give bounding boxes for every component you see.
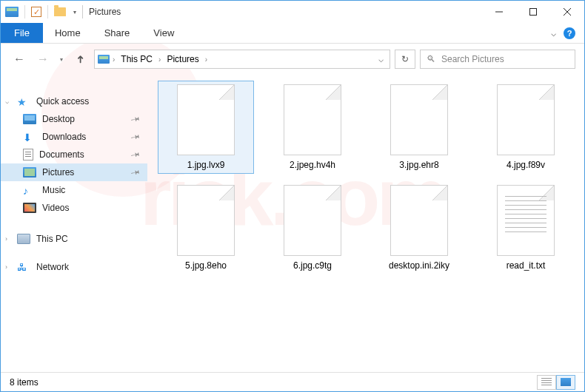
- qat-properties-button[interactable]: ✓: [31, 7, 41, 17]
- app-icon: [5, 7, 19, 17]
- ribbon-tab-home[interactable]: Home: [43, 23, 93, 43]
- search-icon: 🔍︎: [427, 54, 435, 64]
- ribbon-expand-icon[interactable]: ⌵: [551, 28, 556, 38]
- file-item[interactable]: 5.jpg.8eho: [158, 181, 254, 274]
- file-thumbnail: [177, 185, 235, 256]
- title-separator: [82, 5, 83, 18]
- documents-icon: [23, 149, 33, 160]
- search-input[interactable]: 🔍︎ Search Pictures: [420, 50, 575, 69]
- qat-separator: [24, 5, 25, 18]
- location-icon: [98, 55, 110, 64]
- address-bar[interactable]: › This PC › Pictures › ⌵: [94, 50, 390, 69]
- address-dropdown-icon[interactable]: ⌵: [378, 54, 384, 64]
- sidebar-label: Quick access: [36, 96, 89, 107]
- chevron-expand-icon[interactable]: ⌵: [5, 98, 9, 105]
- chevron-right-icon[interactable]: ›: [158, 55, 161, 64]
- minimize-button[interactable]: [482, 1, 516, 23]
- file-item[interactable]: 4.jpg.f89v: [478, 81, 574, 174]
- sidebar-quick-access[interactable]: ⌵ ★ Quick access: [1, 92, 147, 110]
- pictures-icon: [23, 167, 36, 178]
- file-item[interactable]: 2.jpeg.hv4h: [264, 81, 361, 174]
- pin-icon: 📌︎: [128, 129, 142, 144]
- this-pc-icon: [17, 234, 30, 244]
- forward-button[interactable]: →: [33, 50, 53, 69]
- qat-dropdown-icon[interactable]: ▾: [73, 9, 76, 16]
- navigation-bar: ← → ▾ ➜ › This PC › Pictures › ⌵ ↻ 🔍︎ Se…: [1, 44, 584, 75]
- downloads-icon: ⬇: [23, 132, 36, 142]
- status-item-count: 8 items: [10, 377, 39, 388]
- svg-rect-1: [530, 9, 537, 16]
- file-name: 4.jpg.f89v: [507, 160, 545, 170]
- sidebar-label: Documents: [39, 149, 84, 160]
- sidebar-item-music[interactable]: ♪ Music: [1, 181, 147, 199]
- chevron-collapse-icon[interactable]: ›: [5, 263, 7, 271]
- file-name: 6.jpg.c9tg: [293, 260, 332, 271]
- sidebar-item-documents[interactable]: Documents 📌︎: [1, 146, 147, 163]
- file-name: read_it.txt: [507, 260, 546, 271]
- ribbon-tab-share[interactable]: Share: [93, 23, 142, 43]
- file-name: 1.jpg.lvx9: [187, 160, 225, 170]
- sidebar-label: Desktop: [42, 114, 75, 124]
- chevron-right-icon[interactable]: ›: [205, 55, 207, 64]
- chevron-right-icon[interactable]: ›: [113, 55, 115, 64]
- file-thumbnail: [390, 84, 448, 155]
- sidebar-item-downloads[interactable]: ⬇ Downloads 📌︎: [1, 128, 147, 146]
- sidebar-label: This PC: [36, 234, 68, 244]
- up-button[interactable]: ➜: [70, 50, 90, 69]
- refresh-button[interactable]: ↻: [395, 50, 415, 69]
- network-icon: 🖧: [17, 262, 30, 272]
- file-thumbnail: [497, 84, 555, 155]
- sidebar-item-desktop[interactable]: Desktop 📌︎: [1, 110, 147, 128]
- pin-icon: 📌︎: [128, 112, 142, 126]
- sidebar-label: Pictures: [42, 167, 74, 178]
- sidebar-label: Videos: [42, 203, 69, 213]
- view-details-button[interactable]: [537, 375, 556, 390]
- file-name: 2.jpeg.hv4h: [290, 160, 335, 170]
- file-thumbnail: [390, 185, 448, 256]
- navigation-pane: ⌵ ★ Quick access Desktop 📌︎ ⬇ Downloads …: [1, 75, 147, 366]
- file-thumbnail: [284, 185, 341, 256]
- sidebar-item-pictures[interactable]: Pictures 📌︎: [1, 163, 147, 181]
- file-item[interactable]: read_it.txt: [478, 181, 574, 274]
- sidebar-item-videos[interactable]: Videos: [1, 199, 147, 217]
- videos-icon: [23, 203, 36, 213]
- file-list[interactable]: 1.jpg.lvx92.jpeg.hv4h3.jpg.ehr84.jpg.f89…: [147, 75, 584, 366]
- file-name: 5.jpg.8eho: [185, 260, 227, 271]
- history-dropdown-icon[interactable]: ▾: [60, 56, 63, 63]
- maximize-button[interactable]: [516, 1, 550, 23]
- help-icon[interactable]: ?: [564, 27, 575, 39]
- chevron-collapse-icon[interactable]: ›: [5, 235, 7, 243]
- breadcrumb-pictures[interactable]: Pictures: [164, 54, 201, 64]
- pin-icon: 📌︎: [128, 165, 142, 180]
- file-name: desktop.ini.2iky: [389, 260, 449, 271]
- status-bar: 8 items: [1, 372, 584, 391]
- ribbon-tab-view[interactable]: View: [141, 23, 186, 43]
- file-thumbnail: [177, 84, 235, 155]
- sidebar-label: Network: [36, 262, 69, 272]
- desktop-icon: [23, 114, 36, 124]
- qat-separator: [47, 5, 48, 18]
- breadcrumb-this-pc[interactable]: This PC: [118, 54, 156, 64]
- star-icon: ★: [17, 96, 30, 107]
- file-thumbnail: [497, 185, 555, 256]
- ribbon-tabs: File Home Share View ⌵ ?: [1, 23, 584, 44]
- back-button[interactable]: ←: [10, 50, 29, 69]
- file-name: 3.jpg.ehr8: [399, 160, 438, 170]
- sidebar-label: Downloads: [42, 132, 86, 142]
- sidebar-this-pc[interactable]: › This PC: [1, 230, 147, 248]
- search-placeholder: Search Pictures: [441, 54, 504, 64]
- sidebar-label: Music: [42, 185, 65, 195]
- close-button[interactable]: [550, 1, 584, 23]
- music-icon: ♪: [23, 185, 36, 195]
- window-title: Pictures: [89, 7, 121, 17]
- file-item[interactable]: 1.jpg.lvx9: [158, 81, 254, 174]
- view-large-icons-button[interactable]: [556, 375, 575, 390]
- file-item[interactable]: 3.jpg.ehr8: [371, 81, 467, 174]
- file-item[interactable]: desktop.ini.2iky: [371, 181, 467, 274]
- file-thumbnail: [284, 84, 341, 155]
- folder-icon: [54, 7, 66, 16]
- title-bar: ✓ ▾ Pictures: [1, 1, 584, 23]
- ribbon-file-tab[interactable]: File: [1, 23, 43, 43]
- sidebar-network[interactable]: › 🖧 Network: [1, 258, 147, 276]
- file-item[interactable]: 6.jpg.c9tg: [264, 181, 361, 274]
